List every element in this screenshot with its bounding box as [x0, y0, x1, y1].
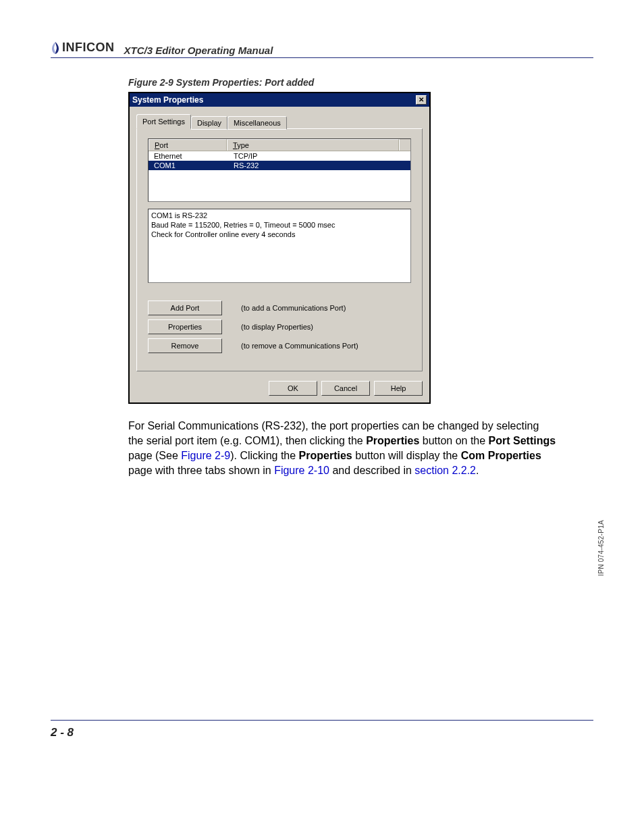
remove-button[interactable]: Remove	[148, 338, 222, 353]
help-button[interactable]: Help	[374, 381, 423, 396]
figure-link[interactable]: Figure 2-9	[181, 450, 230, 461]
info-line: COM1 is RS-232	[151, 211, 408, 220]
action-row-properties: Properties (to display Properties)	[148, 319, 411, 334]
cell-port: Ethernet	[149, 151, 228, 161]
tabs-row: Port Settings Display Miscellaneous	[136, 114, 423, 129]
cancel-button[interactable]: Cancel	[321, 381, 370, 396]
page-footer: 2 - 8	[51, 720, 593, 739]
ipn-sidenote: IPN 074-452-P1A	[597, 520, 605, 576]
tab-port-settings[interactable]: Port Settings	[136, 114, 191, 129]
tab-panel: Port Type Ethernet TCP/IP COM1 RS-232	[136, 128, 423, 371]
action-row-add: Add Port (to add a Communications Port)	[148, 301, 411, 315]
bold-term: Properties	[366, 435, 419, 446]
port-listbox[interactable]: Port Type Ethernet TCP/IP COM1 RS-232	[148, 138, 411, 202]
list-header: Port Type	[149, 139, 410, 151]
brand-logo: INFICON	[51, 41, 115, 55]
info-line: Check for Controller online every 4 seco…	[151, 230, 408, 239]
list-row[interactable]: Ethernet TCP/IP	[149, 151, 410, 161]
document-title: XTC/3 Editor Operating Manual	[124, 45, 273, 56]
column-port: Port	[149, 139, 227, 151]
close-icon[interactable]: ✕	[416, 95, 427, 105]
tab-miscellaneous[interactable]: Miscellaneous	[227, 116, 287, 130]
cell-port: COM1	[149, 161, 228, 170]
properties-button[interactable]: Properties	[148, 319, 222, 334]
section-link[interactable]: section 2.2.2	[414, 465, 476, 476]
inficon-icon	[51, 42, 60, 54]
cell-type: RS-232	[228, 161, 410, 170]
figure-link[interactable]: Figure 2-10	[274, 465, 329, 476]
cell-type: TCP/IP	[228, 151, 410, 161]
port-info-box: COM1 is RS-232 Baud Rate = 115200, Retri…	[148, 209, 411, 283]
add-port-button[interactable]: Add Port	[148, 301, 222, 315]
action-desc: (to remove a Communications Port)	[241, 342, 358, 350]
page-number: 2 - 8	[51, 726, 74, 739]
brand-text: INFICON	[62, 41, 115, 55]
figure-screenshot: System Properties ✕ Port Settings Displa…	[128, 92, 593, 404]
system-properties-dialog: System Properties ✕ Port Settings Displa…	[128, 92, 431, 404]
list-scroll-gutter	[399, 139, 410, 151]
bold-term: Port Settings	[489, 435, 556, 446]
action-desc: (to add a Communications Port)	[241, 304, 346, 312]
dialog-footer: OK Cancel Help	[130, 375, 429, 402]
bold-term: Properties	[299, 450, 352, 461]
info-line: Baud Rate = 115200, Retries = 0, Timeout…	[151, 220, 408, 230]
list-row[interactable]: COM1 RS-232	[149, 161, 410, 170]
ok-button[interactable]: OK	[269, 381, 317, 396]
dialog-title: System Properties	[132, 95, 203, 105]
action-desc: (to display Properties)	[241, 323, 313, 331]
tab-display[interactable]: Display	[191, 116, 227, 130]
body-paragraph: For Serial Communications (RS-232), the …	[128, 419, 556, 478]
bold-term: Com Properties	[461, 450, 541, 461]
column-type: Type	[227, 139, 399, 151]
action-row-remove: Remove (to remove a Communications Port)	[148, 338, 411, 353]
figure-caption: Figure 2-9 System Properties: Port added	[128, 77, 593, 88]
page-header: INFICON XTC/3 Editor Operating Manual	[51, 41, 593, 58]
dialog-titlebar: System Properties ✕	[130, 93, 429, 107]
